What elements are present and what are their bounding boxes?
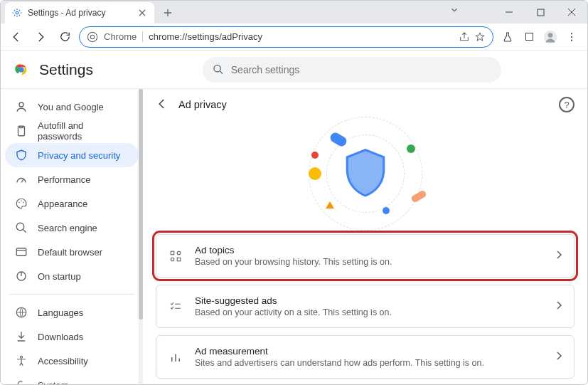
settings-content: Ad privacy ? Ad topics Based on your bro…	[143, 89, 587, 384]
page-header: Ad privacy ?	[156, 89, 574, 120]
maximize-button[interactable]	[525, 1, 556, 23]
sidebar-label: Performance	[38, 174, 90, 185]
sidebar-label: System	[38, 380, 68, 386]
sidebar-item-appearance[interactable]: Appearance	[5, 191, 139, 216]
svg-point-0	[16, 11, 18, 14]
svg-rect-1	[538, 9, 544, 16]
profile-avatar[interactable]	[540, 27, 560, 47]
sidebar-label: Appearance	[38, 199, 87, 209]
sidebar-label: Search engine	[38, 223, 97, 233]
checklist-icon	[168, 300, 183, 313]
svg-point-25	[171, 258, 174, 261]
sidebar-label: Accessibility	[38, 356, 88, 366]
reload-button[interactable]	[55, 27, 75, 47]
sidebar-item-languages[interactable]: Languages	[5, 300, 139, 325]
page-back-button[interactable]	[156, 97, 169, 112]
topics-icon	[168, 250, 183, 263]
omnibox[interactable]: Chrome chrome://settings/adPrivacy	[79, 26, 493, 48]
settings-appbar: Settings	[1, 51, 587, 89]
bar-chart-icon	[168, 351, 183, 364]
chrome-site-icon	[87, 31, 98, 43]
card-ad-measurement[interactable]: Ad measurement Sites and advertisers can…	[156, 335, 574, 379]
svg-point-23	[177, 251, 181, 255]
sidebar-item-privacy-security[interactable]: Privacy and security	[5, 143, 139, 167]
sidebar-label: Autofill and passwords	[38, 120, 129, 142]
svg-point-11	[214, 65, 220, 72]
close-window-button[interactable]	[556, 1, 587, 23]
svg-rect-18	[16, 248, 26, 256]
sidebar-item-system[interactable]: System	[5, 373, 139, 385]
omnibox-url: chrome://settings/adPrivacy	[149, 31, 453, 42]
svg-point-21	[21, 356, 23, 358]
card-subtitle: Based on your browsing history. This set…	[195, 257, 545, 267]
svg-point-2	[87, 32, 97, 41]
new-tab-button[interactable]	[159, 4, 177, 22]
chevron-right-icon	[557, 352, 562, 362]
sidebar-item-search-engine[interactable]: Search engine	[5, 216, 139, 240]
card-title: Ad measurement	[195, 346, 545, 357]
kebab-menu[interactable]	[562, 27, 582, 47]
svg-point-8	[571, 36, 572, 37]
sidebar-item-on-startup[interactable]: On startup	[5, 264, 139, 288]
sidebar-label: Default browser	[38, 247, 102, 258]
tab-title: Settings - Ad privacy	[28, 8, 132, 18]
card-subtitle: Based on your activity on a site. This s…	[195, 307, 545, 317]
window-controls	[493, 1, 587, 23]
svg-point-17	[16, 223, 24, 231]
card-ad-topics[interactable]: Ad topics Based on your browsing history…	[156, 234, 574, 278]
search-icon	[213, 63, 224, 75]
sidebar-label: On startup	[38, 271, 81, 282]
sidebar-label: Downloads	[38, 332, 83, 342]
sidebar-separator	[9, 294, 134, 295]
help-button[interactable]: ?	[559, 97, 574, 112]
shield-icon	[343, 148, 388, 199]
back-button[interactable]	[6, 27, 26, 47]
chevron-right-icon	[557, 250, 562, 261]
bookmark-star-icon[interactable]	[474, 31, 486, 43]
card-title: Site-suggested ads	[195, 295, 545, 306]
svg-point-16	[23, 202, 24, 204]
browser-toolbar: Chrome chrome://settings/adPrivacy	[1, 23, 587, 51]
sidebar-item-default-browser[interactable]: Default browser	[5, 240, 139, 264]
card-site-suggested-ads[interactable]: Site-suggested ads Based on your activit…	[156, 285, 574, 328]
extensions-icon[interactable]	[519, 27, 539, 47]
brand-title: Settings	[39, 61, 93, 78]
page-title: Ad privacy	[178, 99, 227, 110]
card-subtitle: Sites and advertisers can understand how…	[195, 358, 545, 368]
settings-sidebar: You and Google Autofill and passwords Pr…	[1, 89, 143, 384]
svg-point-12	[19, 102, 23, 107]
card-title: Ad topics	[195, 245, 545, 255]
labs-icon[interactable]	[498, 27, 518, 47]
sidebar-item-downloads[interactable]: Downloads	[5, 325, 139, 349]
sidebar-item-autofill[interactable]: Autofill and passwords	[5, 119, 139, 143]
sidebar-item-you-and-google[interactable]: You and Google	[5, 95, 139, 119]
window-titlebar: Settings - Ad privacy	[1, 1, 587, 23]
svg-point-14	[18, 202, 20, 204]
settings-search-input[interactable]	[231, 64, 491, 75]
minimize-button[interactable]	[493, 1, 525, 23]
settings-search[interactable]	[203, 57, 501, 83]
svg-point-9	[571, 39, 572, 41]
sidebar-label: Privacy and security	[38, 150, 120, 161]
chrome-logo-icon	[14, 62, 29, 78]
sidebar-item-performance[interactable]: Performance	[5, 167, 139, 191]
sidebar-item-accessibility[interactable]: Accessibility	[5, 349, 139, 373]
omnibox-scheme-label: Chrome	[104, 31, 143, 42]
svg-rect-4	[525, 33, 533, 41]
svg-point-7	[571, 33, 572, 34]
chevron-right-icon	[557, 301, 562, 312]
svg-point-3	[90, 35, 94, 38]
share-icon[interactable]	[459, 31, 470, 43]
gear-icon	[12, 8, 22, 18]
svg-point-15	[21, 201, 22, 202]
sidebar-label: You and Google	[38, 102, 104, 112]
svg-point-6	[548, 33, 553, 38]
sidebar-label: Languages	[38, 307, 83, 318]
sidebar-scroll-thumb[interactable]	[139, 89, 143, 320]
browser-tab[interactable]: Settings - Ad privacy	[5, 2, 154, 23]
tab-close-button[interactable]	[137, 8, 147, 18]
tab-search-button[interactable]	[449, 5, 459, 17]
forward-button[interactable]	[31, 27, 50, 47]
svg-rect-24	[177, 258, 181, 261]
hero-illustration	[156, 120, 574, 227]
